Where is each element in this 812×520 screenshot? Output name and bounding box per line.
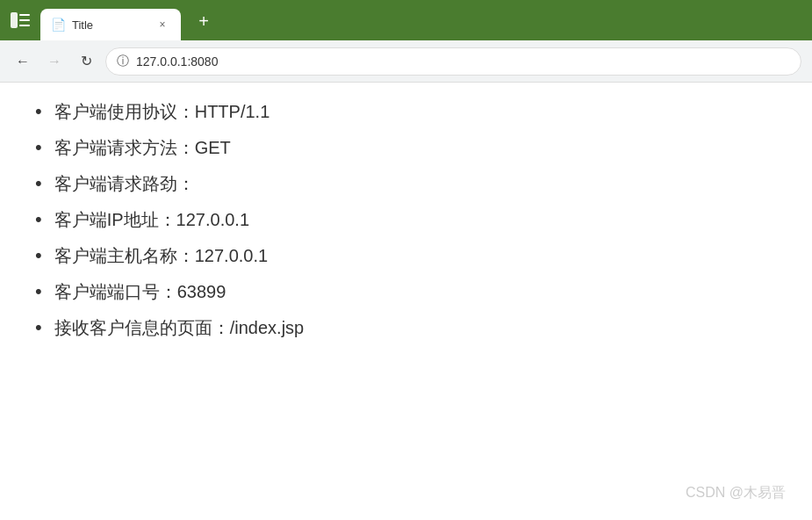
list-item: 客户端主机名称：127.0.0.1 <box>35 244 786 268</box>
list-item: 接收客户信息的页面：/index.jsp <box>35 316 786 340</box>
watermark: CSDN @木易晋 <box>686 484 786 502</box>
forward-button[interactable]: → <box>42 49 67 74</box>
browser-chrome: 📄 Title × + ← → ↻ ⓘ 127.0.0.1:8080 <box>0 0 812 83</box>
svg-rect-2 <box>19 19 30 21</box>
url-text: 127.0.0.1:8080 <box>136 54 218 69</box>
sidebar-toggle-icon <box>11 12 30 28</box>
tab-favicon-icon: 📄 <box>51 18 65 32</box>
page-content: 客户端使用协议：HTTP/1.1客户端请求方法：GET客户端请求路劲：客户端IP… <box>0 83 812 520</box>
svg-rect-0 <box>11 12 18 28</box>
svg-rect-3 <box>19 25 30 26</box>
sidebar-toggle-button[interactable] <box>0 0 40 40</box>
list-item: 客户端请求路劲： <box>35 172 786 196</box>
list-item: 客户端使用协议：HTTP/1.1 <box>35 100 786 124</box>
back-button[interactable]: ← <box>11 49 35 74</box>
list-item: 客户端端口号：63899 <box>35 280 786 304</box>
list-item: 客户端IP地址：127.0.0.1 <box>35 208 786 232</box>
tab-bar: 📄 Title × + <box>0 0 812 40</box>
svg-rect-1 <box>19 14 30 16</box>
url-bar[interactable]: ⓘ 127.0.0.1:8080 <box>105 47 801 76</box>
info-list: 客户端使用协议：HTTP/1.1客户端请求方法：GET客户端请求路劲：客户端IP… <box>35 100 786 340</box>
tab-title: Title <box>72 18 147 32</box>
info-icon: ⓘ <box>117 54 129 69</box>
reload-button[interactable]: ↻ <box>74 49 98 74</box>
address-bar: ← → ↻ ⓘ 127.0.0.1:8080 <box>0 40 812 83</box>
new-tab-button[interactable]: + <box>188 5 219 37</box>
tab-close-button[interactable]: × <box>154 17 170 32</box>
active-tab[interactable]: 📄 Title × <box>40 9 181 40</box>
list-item: 客户端请求方法：GET <box>35 136 786 160</box>
